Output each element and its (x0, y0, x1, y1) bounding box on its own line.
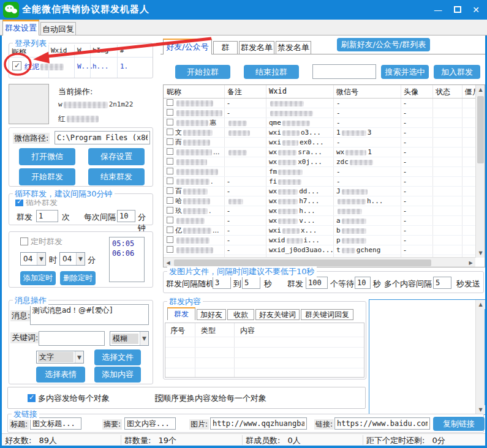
choose-emoji-button[interactable]: 选择表情 (36, 367, 85, 383)
tab-content-payment[interactable]: 收款 (227, 309, 254, 320)
add-timer-button[interactable]: 添加定时 (20, 271, 56, 285)
keyword-input[interactable] (39, 331, 105, 346)
match-mode-select[interactable]: 模糊▼ (110, 331, 149, 346)
interval-max-input[interactable] (242, 277, 260, 289)
link-image-input[interactable] (210, 417, 307, 430)
link-summary-input[interactable] (124, 417, 176, 430)
add-content-button[interactable]: 添加内容 (94, 367, 141, 383)
minimize-button[interactable]: — (431, 4, 445, 16)
friends-table-vscrollbar[interactable]: ▲ ▼ (475, 85, 485, 258)
minute-unit-label: 分 (88, 255, 96, 266)
friend-nickname-cell (164, 158, 224, 166)
timer-checkbox[interactable] (20, 237, 28, 245)
send-count-input[interactable] (36, 210, 58, 222)
friend-row-checkbox[interactable] (167, 119, 173, 125)
vscroll-thumb[interactable] (477, 96, 484, 163)
friend-row-checkbox[interactable] (167, 217, 173, 223)
message-textarea[interactable]: 测试消息ad！@#[爱心] (30, 304, 149, 325)
friend-row-checkbox[interactable] (167, 226, 173, 233)
redacted-blur (278, 189, 298, 195)
tab-banned-list[interactable]: 禁发名单 (276, 41, 311, 54)
friend-row-checkbox[interactable] (167, 109, 173, 116)
multi-content-input[interactable] (433, 277, 451, 289)
tab-content-send[interactable]: 群发 (167, 307, 195, 320)
friend-row-checkbox[interactable] (167, 187, 173, 194)
tab-friends-official[interactable]: 好友/公众号 (163, 39, 212, 54)
timer-list-item[interactable]: 05:05 (112, 239, 142, 248)
friend-row-checkbox[interactable] (167, 138, 173, 145)
friend-row-checkbox[interactable] (167, 197, 173, 204)
login-list-group: 登录列表 昵称 Wxid W... hImg # 红泥 W... h... 1. (9, 43, 153, 78)
multi-content-checkbox[interactable] (28, 394, 36, 402)
start-mass-send-button[interactable]: 开始群发 (19, 168, 75, 185)
copy-link-button[interactable]: 复制链接 (433, 417, 485, 431)
scroll-right-icon[interactable]: ▶ (466, 258, 475, 267)
tab-mass-send-settings[interactable]: 群发设置 (2, 20, 39, 35)
friend-table-row: 玖.-wxh...- (164, 206, 477, 216)
login-account-checkbox[interactable] (12, 61, 21, 70)
interval-input[interactable] (117, 210, 135, 222)
link-url-input[interactable] (334, 417, 430, 430)
friend-table-row: 亿...-wxix...b- (164, 226, 477, 236)
scroll-down-icon[interactable]: ▼ (476, 405, 485, 414)
hour-select[interactable]: 04▼ (20, 252, 46, 266)
search-select-button[interactable]: 搜索并选中 (381, 65, 429, 79)
choose-file-button[interactable]: 选择文件 (94, 349, 141, 365)
maximize-button[interactable] (454, 6, 461, 13)
open-wechat-button[interactable]: 打开微信 (19, 148, 75, 165)
redacted-blur (338, 199, 366, 204)
content-type-select[interactable]: 文字▼ (36, 351, 84, 364)
scroll-up-icon[interactable]: ▲ (476, 300, 485, 309)
refresh-lists-button[interactable]: 刷新好友/公众号/群列表 (337, 38, 430, 51)
wechat-path-input[interactable] (55, 131, 150, 144)
friend-row-checkbox[interactable] (167, 207, 173, 214)
friend-wxid-cell (266, 99, 333, 107)
content-table: 序号 类型 内容 (165, 323, 364, 378)
tab-content-add-friend[interactable]: 加好友 (197, 309, 226, 320)
batch-count-input[interactable] (306, 277, 328, 289)
friend-row-checkbox[interactable] (167, 177, 173, 184)
chevron-down-icon: ▼ (75, 351, 83, 363)
hscroll-thumb[interactable] (174, 259, 431, 266)
timer-list-item[interactable]: 06:06 (112, 248, 142, 258)
friend-row-checkbox[interactable] (167, 129, 173, 135)
batch-wait-input[interactable] (355, 277, 371, 289)
friend-avatar-cell: - (401, 119, 432, 127)
status-label: 好友数: (5, 436, 31, 445)
friend-row-checkbox[interactable] (167, 168, 173, 174)
tab-send-list[interactable]: 群发名单 (239, 41, 274, 54)
friend-avatar-cell: - (401, 99, 432, 107)
app-window: 全能微信营销协议群发机器人 — ✕ 群发设置 自动回复 登录列表 昵称 Wxid… (0, 0, 487, 448)
redacted-blur (342, 238, 366, 244)
friend-row-checkbox[interactable] (167, 148, 173, 155)
interval-min-input[interactable] (213, 277, 231, 289)
end-pull-group-button[interactable]: 结束拉群 (244, 65, 299, 79)
save-settings-button[interactable]: 保存设置 (88, 148, 145, 165)
minute-select[interactable]: 04▼ (59, 252, 85, 266)
join-send-button[interactable]: 加入群发 (434, 65, 480, 79)
friend-wxid-cell: wxh7... (266, 197, 333, 205)
tab-content-group-keyword[interactable]: 群关键词回复 (301, 309, 353, 320)
log-vscrollbar[interactable]: ▲ ▼ (475, 300, 485, 414)
content-col-index: 序号 (170, 326, 185, 336)
delete-timer-button[interactable]: 删除定时 (60, 271, 96, 285)
content-col-content: 内容 (240, 326, 255, 336)
friend-remark-cell: - (224, 236, 266, 244)
scroll-up-icon[interactable]: ▲ (476, 85, 485, 94)
friend-row-checkbox[interactable] (167, 158, 173, 165)
search-input[interactable] (312, 64, 376, 79)
timer-list[interactable]: 05:0506:06 (109, 237, 145, 282)
scroll-down-icon[interactable]: ▼ (476, 248, 485, 258)
friend-row-checkbox[interactable] (167, 99, 173, 106)
log-textarea[interactable]: ▲ ▼ (369, 299, 485, 415)
friend-row-checkbox[interactable] (167, 246, 173, 253)
redacted-blur (278, 179, 301, 185)
tab-content-friend-keyword[interactable]: 好友关键词 (255, 309, 300, 320)
friend-row-checkbox[interactable] (167, 236, 173, 243)
start-pull-group-button[interactable]: 开始拉群 (175, 65, 230, 79)
stop-mass-send-button[interactable]: 结束群发 (88, 168, 145, 185)
tab-auto-reply[interactable]: 自动回复 (40, 22, 76, 35)
tab-groups[interactable]: 群 (213, 41, 238, 54)
close-button[interactable]: ✕ (469, 4, 483, 16)
friend-wechatid-cell: tgcheng (333, 246, 401, 254)
